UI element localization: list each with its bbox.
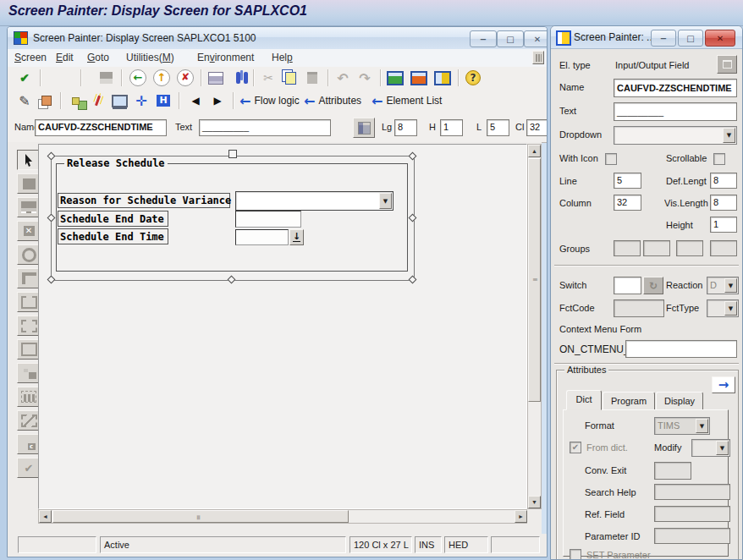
back-button[interactable]: ← xyxy=(128,68,148,88)
vscroll-thumb[interactable]: ≡ xyxy=(528,158,541,402)
tool-io-field[interactable] xyxy=(17,197,41,217)
dropdown-arrow-icon[interactable]: ▼ xyxy=(379,193,392,209)
window-layout-button[interactable] xyxy=(432,68,453,88)
main-titlebar[interactable]: Screen Painter: Display Screen SAPLXCO1 … xyxy=(8,27,547,50)
tool-custom-control[interactable]: c xyxy=(17,434,41,454)
copy-button[interactable] xyxy=(280,68,300,88)
move-button[interactable]: ✛ xyxy=(131,91,151,111)
tool-pointer[interactable] xyxy=(17,150,41,170)
schedule-end-date-label[interactable]: Schedule End Date xyxy=(58,211,168,227)
hierarchy-button[interactable] xyxy=(65,91,85,111)
copy-element-button[interactable] xyxy=(36,91,57,111)
dropdown-arrow-icon[interactable]: ▼ xyxy=(696,419,708,433)
redo-button[interactable]: ↷ xyxy=(355,68,375,88)
tool-box[interactable] xyxy=(17,339,41,360)
attr-maximize-button[interactable]: □ xyxy=(678,30,703,47)
element-text-input[interactable]: _________ xyxy=(199,119,331,136)
tool-tabstrip[interactable] xyxy=(17,410,41,431)
minimize-button[interactable]: − xyxy=(470,30,497,47)
tool-status-ok[interactable]: ✔ xyxy=(17,458,41,478)
attr-dropdown-select[interactable]: ▼ xyxy=(614,126,737,145)
scrollable-checkbox[interactable] xyxy=(713,153,725,165)
height-input[interactable]: 1 xyxy=(710,217,737,233)
h-input[interactable]: 1 xyxy=(440,119,463,136)
element-list-button[interactable]: ← Element List xyxy=(372,92,442,109)
enter-button[interactable]: ✔ xyxy=(14,68,35,88)
reason-variance-dropdown[interactable]: ▼ xyxy=(235,191,394,211)
tab-display[interactable]: Display xyxy=(656,392,703,410)
undo-button[interactable]: ↶ xyxy=(333,68,353,88)
conv-exit-input[interactable] xyxy=(654,462,691,480)
dropdown-arrow-icon[interactable]: ▼ xyxy=(724,278,737,293)
previous-screen-button[interactable]: ◀ xyxy=(185,91,206,111)
from-dict-checkbox[interactable]: ✔ xyxy=(570,442,581,453)
scroll-up-button[interactable]: ▲ xyxy=(528,145,541,157)
format-select[interactable]: TIMS ▼ xyxy=(654,417,710,435)
tool-pushbutton[interactable] xyxy=(17,363,41,383)
scroll-left-button[interactable]: ◄ xyxy=(39,510,52,523)
help-button[interactable]: ? xyxy=(463,68,483,88)
schedule-end-date-input[interactable] xyxy=(235,211,301,228)
column-input[interactable]: 32 xyxy=(614,195,641,211)
def-length-input[interactable]: 8 xyxy=(710,173,737,189)
set-parameter-checkbox[interactable] xyxy=(570,549,581,560)
tool-table-control[interactable] xyxy=(17,387,41,407)
reaction-select[interactable]: D ▼ xyxy=(707,277,739,294)
menu-help[interactable]: Help xyxy=(272,52,293,63)
scroll-right-button[interactable]: ► xyxy=(515,510,527,523)
tab-program[interactable]: Program xyxy=(603,392,655,410)
selection-handle[interactable] xyxy=(409,276,417,284)
dropdown-arrow-icon[interactable]: ▼ xyxy=(716,441,729,455)
info-button[interactable]: H xyxy=(153,91,173,111)
maximize-button[interactable]: □ xyxy=(497,30,524,47)
scroll-down-button[interactable]: ▼ xyxy=(528,496,541,508)
menu-goto[interactable]: Goto xyxy=(87,52,109,63)
switch-input[interactable] xyxy=(614,277,641,294)
menu-utilities[interactable]: Utilities(M) xyxy=(126,52,174,63)
tool-checkbox[interactable]: ✕ xyxy=(17,221,41,241)
screen-button[interactable] xyxy=(109,91,129,111)
hscroll-thumb[interactable]: ≡ xyxy=(52,510,349,523)
save-button[interactable] xyxy=(96,68,116,88)
cut-button[interactable]: ✂ xyxy=(258,68,278,88)
group-input-4[interactable] xyxy=(710,240,737,256)
schedule-end-time-label[interactable]: Schedule End Time xyxy=(58,228,168,244)
menu-edit[interactable]: Edit xyxy=(56,52,74,63)
tool-frame[interactable] xyxy=(17,268,41,288)
schedule-end-time-input[interactable] xyxy=(235,229,289,245)
value-help-button[interactable]: ↓ xyxy=(289,229,304,245)
attr-close-button[interactable]: ✕ xyxy=(705,30,735,47)
next-attribute-button[interactable]: → xyxy=(712,376,735,393)
attributes-button[interactable]: ← Attributes xyxy=(304,92,361,109)
groupbox-title[interactable]: Release Schedule xyxy=(64,157,168,169)
fcttype-select[interactable]: ▼ xyxy=(707,299,739,317)
attr-minimize-button[interactable]: − xyxy=(651,30,676,47)
tab-dict[interactable]: Dict xyxy=(566,390,602,410)
dropdown-arrow-icon[interactable]: ▼ xyxy=(724,301,737,316)
close-button[interactable]: ✕ xyxy=(524,30,548,47)
attr-name-input[interactable]: CAUFVD-ZZSCHENDTIME xyxy=(614,79,737,97)
l-input[interactable]: 5 xyxy=(487,119,509,136)
group-input-2[interactable] xyxy=(643,240,670,256)
line-input[interactable]: 5 xyxy=(614,173,641,189)
attribute-grid-button[interactable] xyxy=(353,118,375,138)
selection-handle-top[interactable] xyxy=(228,150,237,158)
tool-radio-button[interactable] xyxy=(17,244,41,265)
tool-box-with-title[interactable] xyxy=(17,292,41,312)
el-type-expand-button[interactable] xyxy=(717,55,737,74)
wand-button[interactable] xyxy=(87,91,107,111)
group-input-3[interactable] xyxy=(676,240,703,256)
ctmenu-input[interactable] xyxy=(625,340,737,358)
parameter-id-input[interactable] xyxy=(654,528,730,544)
cancel-button[interactable]: ✘ xyxy=(175,68,195,88)
reason-variance-label[interactable]: Reason for Schedule Variance xyxy=(58,193,230,208)
menu-screen[interactable]: Screen xyxy=(14,52,47,63)
edit-button[interactable]: ✎ xyxy=(14,91,35,111)
attr-titlebar[interactable]: Screen Painter: ... − □ ✕ xyxy=(551,26,742,49)
next-screen-button[interactable]: ▶ xyxy=(207,91,228,111)
tool-text[interactable] xyxy=(17,173,41,194)
screen-canvas[interactable]: Release Schedule Reason for Schedule Var… xyxy=(38,144,527,509)
group-input-1[interactable] xyxy=(614,240,641,256)
paste-button[interactable] xyxy=(302,68,322,88)
new-session-button[interactable] xyxy=(385,68,405,88)
